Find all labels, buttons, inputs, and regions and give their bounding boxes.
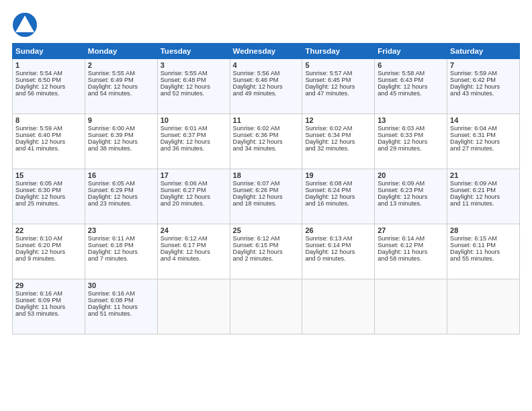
calendar-cell: 15Sunrise: 6:05 AMSunset: 6:30 PMDayligh…: [13, 169, 85, 224]
day-info-line: Sunrise: 6:02 AM: [305, 125, 371, 132]
day-info-line: and 29 minutes.: [378, 145, 444, 152]
day-info-line: and 0 minutes.: [305, 255, 371, 262]
calendar-cell: 2Sunrise: 5:55 AMSunset: 6:49 PMDaylight…: [85, 59, 157, 114]
day-info-line: and 2 minutes.: [233, 255, 300, 262]
day-info-line: Sunset: 6:18 PM: [88, 242, 154, 248]
day-info-line: Sunset: 6:40 PM: [15, 132, 82, 138]
day-info-line: Sunset: 6:36 PM: [233, 132, 300, 138]
day-info-line: and 20 minutes.: [161, 200, 227, 207]
day-number: 29: [15, 281, 82, 289]
day-info-line: Daylight: 12 hours: [88, 193, 154, 200]
day-info-line: and 7 minutes.: [88, 255, 154, 262]
day-info-line: Sunrise: 5:54 AM: [15, 70, 82, 77]
day-info-line: Daylight: 12 hours: [233, 193, 300, 200]
day-number: 1: [15, 61, 82, 69]
day-number: 25: [233, 226, 300, 234]
day-info-line: and 53 minutes.: [15, 310, 82, 317]
logo: [12, 12, 39, 38]
calendar-cell: 5Sunrise: 5:57 AMSunset: 6:45 PMDaylight…: [302, 59, 375, 114]
day-info-line: Sunset: 6:43 PM: [378, 77, 444, 83]
day-info-line: Sunrise: 6:16 AM: [15, 290, 82, 297]
day-info-line: and 36 minutes.: [161, 145, 227, 152]
day-info-line: and 34 minutes.: [233, 145, 300, 152]
day-info-line: Daylight: 12 hours: [88, 248, 154, 255]
day-info-line: Sunset: 6:29 PM: [88, 187, 154, 193]
day-info-line: and 54 minutes.: [88, 90, 154, 97]
calendar-cell: 7Sunrise: 5:59 AMSunset: 6:42 PMDaylight…: [447, 59, 520, 114]
day-info-line: and 56 minutes.: [15, 90, 82, 97]
day-info-line: and 52 minutes.: [161, 90, 227, 97]
day-info-line: Sunset: 6:46 PM: [233, 77, 300, 83]
day-info-line: and 58 minutes.: [378, 255, 444, 262]
day-info-line: Daylight: 12 hours: [88, 83, 154, 90]
header-day-thursday: Thursday: [302, 44, 375, 59]
day-info-line: Sunrise: 6:09 AM: [378, 180, 444, 187]
day-info-line: Sunrise: 5:59 AM: [15, 125, 82, 132]
day-info-line: Daylight: 12 hours: [161, 138, 227, 145]
day-info-line: Daylight: 12 hours: [305, 248, 371, 255]
day-info-line: Sunset: 6:17 PM: [161, 242, 227, 248]
day-info-line: Sunset: 6:33 PM: [378, 132, 444, 138]
day-info-line: Sunrise: 5:55 AM: [88, 70, 154, 77]
day-info-line: Daylight: 12 hours: [88, 138, 154, 145]
day-info-line: and 27 minutes.: [450, 145, 517, 152]
calendar-table: SundayMondayTuesdayWednesdayThursdayFrid…: [12, 43, 520, 334]
day-info-line: Sunrise: 6:07 AM: [233, 180, 300, 187]
day-number: 10: [161, 116, 227, 124]
day-info-line: Sunrise: 6:02 AM: [233, 125, 300, 132]
day-info-line: Sunset: 6:31 PM: [450, 132, 517, 138]
day-number: 26: [305, 226, 371, 234]
day-number: 8: [15, 116, 82, 124]
day-number: 11: [233, 116, 300, 124]
calendar-cell: 19Sunrise: 6:08 AMSunset: 6:24 PMDayligh…: [302, 169, 375, 224]
calendar-cell: 1Sunrise: 5:54 AMSunset: 6:50 PMDaylight…: [13, 59, 85, 114]
day-info-line: Daylight: 12 hours: [305, 83, 371, 90]
day-info-line: Daylight: 12 hours: [15, 248, 82, 255]
header-day-monday: Monday: [85, 44, 157, 59]
day-number: 28: [450, 226, 517, 234]
calendar-cell: 6Sunrise: 5:58 AMSunset: 6:43 PMDaylight…: [375, 59, 447, 114]
day-number: 2: [88, 61, 154, 69]
calendar-cell: 26Sunrise: 6:13 AMSunset: 6:14 PMDayligh…: [302, 224, 375, 279]
calendar-cell: 30Sunrise: 6:16 AMSunset: 6:08 PMDayligh…: [85, 279, 157, 334]
day-info-line: Daylight: 12 hours: [15, 83, 82, 90]
day-info-line: Sunset: 6:09 PM: [15, 297, 82, 304]
calendar-cell: [230, 279, 302, 334]
day-info-line: Sunrise: 6:12 AM: [233, 235, 300, 242]
day-info-line: Sunset: 6:48 PM: [161, 77, 227, 83]
header-day-wednesday: Wednesday: [230, 44, 302, 59]
calendar-body: 1Sunrise: 5:54 AMSunset: 6:50 PMDaylight…: [13, 59, 520, 334]
day-info-line: Sunrise: 6:05 AM: [15, 180, 82, 187]
day-number: 21: [450, 171, 517, 179]
day-info-line: and 23 minutes.: [88, 200, 154, 207]
day-info-line: Sunrise: 5:56 AM: [233, 70, 300, 77]
day-info-line: Sunset: 6:08 PM: [88, 297, 154, 304]
day-number: 5: [305, 61, 371, 69]
day-info-line: Daylight: 11 hours: [450, 248, 517, 255]
day-info-line: Sunrise: 6:13 AM: [305, 235, 371, 242]
day-info-line: Sunrise: 6:04 AM: [450, 125, 517, 132]
day-info-line: Sunrise: 6:00 AM: [88, 125, 154, 132]
day-info-line: and 18 minutes.: [233, 200, 300, 207]
day-info-line: Sunrise: 6:05 AM: [88, 180, 154, 187]
day-number: 9: [88, 116, 154, 124]
day-number: 7: [450, 61, 517, 69]
day-info-line: Sunset: 6:39 PM: [88, 132, 154, 138]
calendar-cell: 28Sunrise: 6:15 AMSunset: 6:11 PMDayligh…: [447, 224, 520, 279]
day-info-line: Sunrise: 6:08 AM: [305, 180, 371, 187]
page: SundayMondayTuesdayWednesdayThursdayFrid…: [0, 0, 532, 411]
day-info-line: Daylight: 12 hours: [378, 138, 444, 145]
calendar-cell: 25Sunrise: 6:12 AMSunset: 6:15 PMDayligh…: [230, 224, 302, 279]
day-info-line: Sunrise: 5:55 AM: [161, 70, 227, 77]
day-info-line: Sunrise: 6:11 AM: [88, 235, 154, 242]
day-number: 24: [161, 226, 227, 234]
day-info-line: Daylight: 12 hours: [15, 138, 82, 145]
calendar-cell: 14Sunrise: 6:04 AMSunset: 6:31 PMDayligh…: [447, 114, 520, 169]
calendar-cell: 29Sunrise: 6:16 AMSunset: 6:09 PMDayligh…: [13, 279, 85, 334]
day-info-line: Sunset: 6:23 PM: [378, 187, 444, 193]
day-info-line: Sunset: 6:45 PM: [305, 77, 371, 83]
day-info-line: Daylight: 11 hours: [88, 304, 154, 310]
day-info-line: Sunrise: 5:59 AM: [450, 70, 517, 77]
day-info-line: and 11 minutes.: [450, 200, 517, 207]
day-number: 6: [378, 61, 444, 69]
